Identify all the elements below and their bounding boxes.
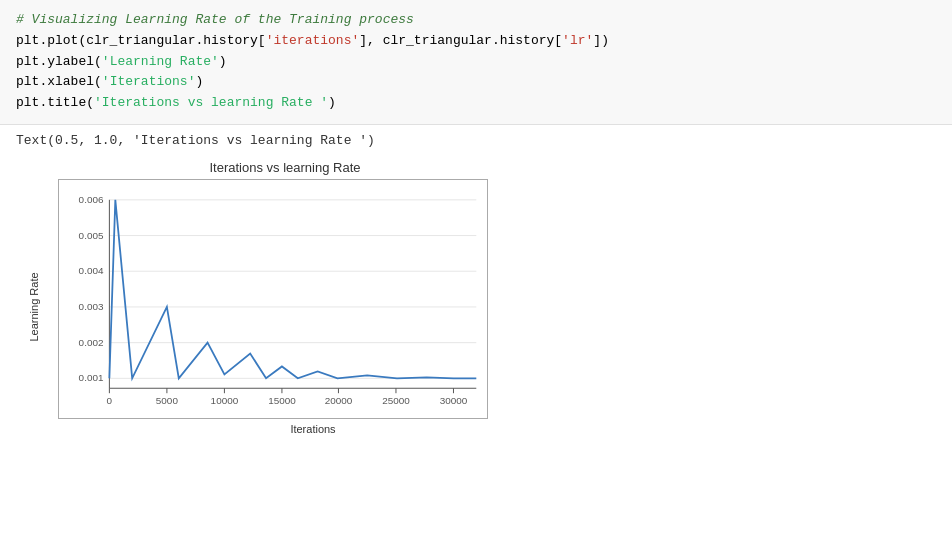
chart-svg: 0.006 0.005 0.004 0.003 0.002 0.001: [58, 179, 488, 419]
chart-container: Iterations vs learning Rate Learning Rat…: [40, 160, 530, 435]
svg-text:0.002: 0.002: [79, 337, 104, 348]
chart-area: Iterations vs learning Rate Learning Rat…: [0, 156, 952, 445]
code-line4: plt.title('Iterations vs learning Rate '…: [16, 93, 936, 114]
svg-text:0.005: 0.005: [79, 229, 104, 240]
y-label-container: Learning Rate: [40, 179, 58, 435]
svg-text:20000: 20000: [325, 395, 353, 406]
svg-text:0.004: 0.004: [79, 265, 104, 276]
svg-text:0: 0: [107, 395, 113, 406]
x-axis-label: Iterations: [58, 423, 530, 435]
chart-inner: Learning Rate: [40, 179, 530, 435]
svg-text:5000: 5000: [156, 395, 179, 406]
svg-text:0.003: 0.003: [79, 301, 104, 312]
svg-text:0.006: 0.006: [79, 194, 104, 205]
svg-text:30000: 30000: [440, 395, 468, 406]
svg-text:25000: 25000: [382, 395, 410, 406]
code-comment: # Visualizing Learning Rate of the Train…: [16, 10, 936, 31]
code-block: # Visualizing Learning Rate of the Train…: [0, 0, 952, 125]
code-line2: plt.ylabel('Learning Rate'): [16, 52, 936, 73]
code-line3: plt.xlabel('Iterations'): [16, 72, 936, 93]
code-line1: plt.plot(clr_triangular.history['iterati…: [16, 31, 936, 52]
plot-area: 0.006 0.005 0.004 0.003 0.002 0.001: [58, 179, 530, 435]
svg-text:0.001: 0.001: [79, 372, 104, 383]
svg-text:15000: 15000: [268, 395, 296, 406]
svg-text:10000: 10000: [211, 395, 239, 406]
output-text: Text(0.5, 1.0, 'Iterations vs learning R…: [0, 125, 952, 156]
lr-curve: [109, 200, 476, 378]
chart-title: Iterations vs learning Rate: [40, 160, 530, 175]
y-axis-label: Learning Rate: [28, 272, 40, 341]
